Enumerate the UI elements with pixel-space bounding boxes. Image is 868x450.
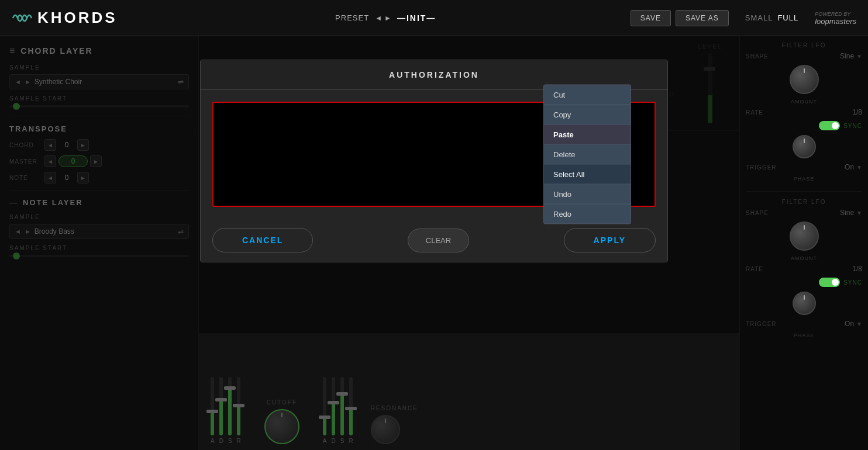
- adsr-d2-thumb[interactable]: [328, 401, 339, 404]
- sync-toggle-2[interactable]: [819, 278, 840, 287]
- adsr-d2-label: D: [331, 438, 335, 444]
- adsr-r2: R: [349, 377, 353, 444]
- preset-next-icon[interactable]: ►: [384, 14, 391, 22]
- resonance-knob[interactable]: [371, 415, 400, 444]
- adsr-a2-track[interactable]: [323, 377, 326, 435]
- preset-name: —INIT—: [397, 13, 436, 23]
- loopmasters-logo: POWERED BY loopmasters: [815, 10, 856, 26]
- adsr-s2-thumb[interactable]: [336, 392, 348, 396]
- clear-button[interactable]: CLEAR: [408, 229, 469, 252]
- view-toggle: SMALL FULL: [745, 13, 798, 22]
- adsr-r1-thumb[interactable]: [233, 404, 244, 407]
- adsr-d1: D: [219, 377, 223, 444]
- view-full-button[interactable]: FULL: [777, 13, 798, 22]
- cutoff-knob[interactable]: [264, 409, 299, 444]
- modal-body: Cut Copy Paste Delete Select All Undo Re…: [201, 90, 667, 219]
- adsr-s2-track[interactable]: [340, 377, 344, 435]
- adsr-r1: R: [237, 377, 241, 444]
- lfo1-amount-knob[interactable]: [790, 65, 819, 94]
- logo: KHORDS: [12, 9, 118, 27]
- adsr-s1: S: [228, 377, 232, 444]
- adsr-group-2: A D S: [323, 377, 353, 444]
- lfo2-rate-knob[interactable]: [793, 292, 816, 315]
- adsr-a2: A: [323, 377, 327, 444]
- context-menu-undo[interactable]: Undo: [544, 185, 631, 205]
- adsr-d1-label: D: [219, 438, 223, 444]
- adsr-d2: D: [331, 377, 335, 444]
- top-buttons: SAVE SAVE AS SMALL FULL POWERED BY loopm…: [631, 10, 856, 26]
- view-small-button[interactable]: SMALL: [745, 13, 773, 22]
- adsr-a1-label: A: [211, 438, 215, 444]
- modal-footer: CANCEL CLEAR APPLY: [201, 219, 667, 262]
- adsr-s1-track[interactable]: [228, 377, 232, 435]
- adsr-s2-label: S: [340, 438, 345, 444]
- authorization-modal: AUTHORIZATION Cut Copy Paste Delete Sele…: [200, 60, 668, 262]
- lfo2-amount-knob[interactable]: [790, 221, 819, 251]
- context-menu: Cut Copy Paste Delete Select All Undo Re…: [543, 85, 631, 224]
- preset-prev-icon[interactable]: ◄: [375, 14, 382, 22]
- save-button[interactable]: SAVE: [631, 10, 671, 26]
- adsr-a2-thumb[interactable]: [319, 416, 330, 419]
- adsr-a1: A: [211, 377, 215, 444]
- modal-title: AUTHORIZATION: [389, 70, 479, 79]
- app-title: KHORDS: [37, 9, 118, 27]
- main-layout: ≡ CHORD LAYER SAMPLE ◄ ► Synthetic Choir…: [0, 36, 868, 450]
- top-bar: KHORDS PRESET ◄ ► —INIT— SAVE SAVE AS SM…: [0, 0, 868, 36]
- context-menu-redo[interactable]: Redo: [544, 205, 631, 224]
- adsr-r1-track[interactable]: [237, 377, 240, 435]
- resonance-label: RESONANCE: [371, 405, 418, 411]
- adsr-r2-track[interactable]: [349, 377, 353, 435]
- cutoff-label: CUTOFF: [264, 399, 299, 406]
- adsr-a2-label: A: [323, 438, 327, 444]
- preset-label: PRESET: [335, 13, 369, 22]
- sync-toggle-1[interactable]: [819, 121, 840, 130]
- context-menu-delete[interactable]: Delete: [544, 145, 631, 165]
- adsr-r1-label: R: [237, 438, 241, 444]
- context-menu-paste[interactable]: Paste: [544, 125, 631, 145]
- preset-nav[interactable]: ◄ ►: [375, 14, 391, 22]
- adsr-r2-thumb[interactable]: [345, 407, 357, 410]
- adsr-s1-thumb[interactable]: [224, 386, 236, 390]
- adsr-r2-label: R: [349, 438, 353, 444]
- context-menu-copy[interactable]: Copy: [544, 105, 631, 125]
- cancel-button[interactable]: CANCEL: [212, 228, 313, 252]
- adsr-s1-label: S: [228, 438, 232, 444]
- adsr-a1-thumb[interactable]: [206, 410, 218, 413]
- context-menu-select-all[interactable]: Select All: [544, 165, 631, 185]
- preset-section: PRESET ◄ ► —INIT—: [141, 13, 631, 23]
- adsr-d1-thumb[interactable]: [215, 398, 227, 401]
- context-menu-cut[interactable]: Cut: [544, 85, 631, 105]
- adsr-a1-track[interactable]: [211, 377, 214, 435]
- lfo1-rate-knob[interactable]: [793, 135, 816, 158]
- adsr-s2: S: [340, 377, 345, 444]
- save-as-button[interactable]: SAVE AS: [676, 10, 729, 26]
- auth-input-area[interactable]: Cut Copy Paste Delete Select All Undo Re…: [212, 102, 656, 207]
- adsr-d1-track[interactable]: [219, 377, 223, 435]
- main-content: STRETCH CHORD FILTER PRE-DRIVE: [199, 36, 739, 450]
- apply-button[interactable]: APPLY: [564, 228, 656, 252]
- bottom-area: A D S: [199, 333, 739, 450]
- adsr-group-1: A D S: [211, 377, 241, 444]
- adsr-d2-track[interactable]: [332, 377, 335, 435]
